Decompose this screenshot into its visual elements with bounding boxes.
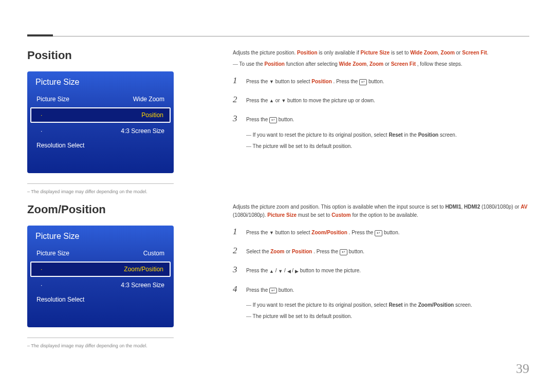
step-1: 1 Press the button to select Zoom/Positi…	[233, 225, 536, 238]
down-icon	[269, 229, 274, 236]
disclaimer-line: The displayed image may differ depending…	[27, 183, 174, 194]
intro: Adjusts the picture position. Position i…	[233, 49, 536, 57]
label: Resolution Select	[36, 296, 84, 303]
step-text: Press the or button to move the picture …	[246, 97, 375, 105]
step-num: 4	[233, 282, 239, 296]
step-text: Press the button.	[246, 286, 294, 294]
label: Position	[141, 111, 163, 119]
right-icon	[295, 268, 299, 275]
step-num: 1	[233, 73, 239, 87]
step-num: 2	[233, 244, 239, 257]
up-icon	[269, 97, 274, 104]
step-3: 3 Press the / / / button to move the pic…	[233, 263, 536, 276]
right-column: Adjusts the picture zoom and position. T…	[233, 203, 536, 324]
label: Picture Size	[36, 250, 69, 257]
menu-item-resolution-select[interactable]: Resolution Select	[27, 292, 174, 307]
label: Zoom/Position	[124, 266, 163, 273]
label: Resolution Select	[36, 142, 84, 149]
disclaimer-line: The displayed image may differ depending…	[27, 338, 174, 348]
step-num: 3	[233, 263, 239, 276]
section-position: Position Picture Size Picture Size Wide …	[27, 49, 531, 194]
menu-item-picture-size[interactable]: Picture Size Wide Zoom	[27, 92, 174, 106]
step-1: 1 Press the button to select Position . …	[233, 73, 536, 87]
menu-item-picture-size[interactable]: Picture Size Custom	[27, 246, 174, 260]
label: 4:3 Screen Size	[121, 127, 164, 135]
enter-icon	[269, 288, 277, 294]
top-divider	[27, 36, 529, 36]
label: 4:3 Screen Size	[121, 282, 164, 289]
step-2: 2 Press the or button to move the pictur…	[233, 92, 536, 106]
menu-panel-position: Picture Size Picture Size Wide Zoom Posi…	[27, 71, 174, 173]
menu-item-zoom-position[interactable]: Zoom/Position	[30, 262, 171, 277]
menu-item-43-screen-size[interactable]: 4:3 Screen Size	[27, 124, 174, 138]
step-text: Press the / / / button to move the pictu…	[246, 267, 361, 275]
disclaimer-text: The displayed image may differ depending…	[27, 189, 147, 194]
menu-header: Picture Size	[27, 71, 174, 92]
menu-item-position[interactable]: Position	[30, 107, 171, 123]
menu-panel-zoom-position: Picture Size Picture Size Custom Zoom/Po…	[27, 226, 174, 327]
step-text: Select the Zoom or Position . Press the …	[246, 248, 364, 256]
step-3: 3 Press the button.	[233, 111, 536, 125]
enter-icon	[269, 117, 277, 123]
step-2: 2 Select the Zoom or Position . Press th…	[233, 244, 536, 257]
step-4: 4 Press the button.	[233, 282, 536, 296]
up-icon	[269, 268, 274, 275]
menu-header: Picture Size	[27, 226, 174, 246]
step-num: 3	[233, 111, 239, 125]
left-icon	[287, 268, 291, 275]
section-zoom-position: Zoom/Position Picture Size Picture Size …	[27, 203, 531, 348]
menu-item-43-screen-size[interactable]: 4:3 Screen Size	[27, 278, 174, 292]
down-icon	[281, 97, 286, 104]
note-1: If you want to reset the picture to its …	[246, 131, 536, 139]
label: Picture Size	[36, 96, 69, 103]
step-num: 2	[233, 92, 239, 106]
step-text: Press the button to select Zoom/Position…	[246, 229, 400, 237]
down-icon	[269, 78, 274, 85]
step-num: 1	[233, 225, 239, 238]
step-text: Press the button to select Position . Pr…	[246, 78, 384, 86]
disclaimer-text: The displayed image may differ depending…	[27, 343, 147, 348]
step-text: Press the button.	[246, 116, 294, 124]
intro: Adjusts the picture zoom and position. T…	[233, 203, 536, 219]
note-2: The picture will be set to its default p…	[246, 142, 536, 151]
note-2: The picture will be set to its default p…	[246, 312, 536, 321]
enter-icon	[359, 79, 367, 85]
value: Wide Zoom	[133, 96, 164, 103]
enter-icon	[340, 249, 347, 255]
right-column: Adjusts the picture position. Position i…	[233, 49, 536, 154]
menu-item-resolution-select[interactable]: Resolution Select	[27, 138, 174, 153]
page-number: 39	[516, 361, 529, 377]
down-icon	[278, 268, 283, 275]
subline: To use the Position function after selec…	[233, 60, 536, 68]
note-1: If you want to reset the picture to its …	[246, 301, 536, 309]
enter-icon	[375, 230, 382, 236]
value: Custom	[143, 250, 164, 257]
top-divider-tab	[27, 34, 53, 36]
